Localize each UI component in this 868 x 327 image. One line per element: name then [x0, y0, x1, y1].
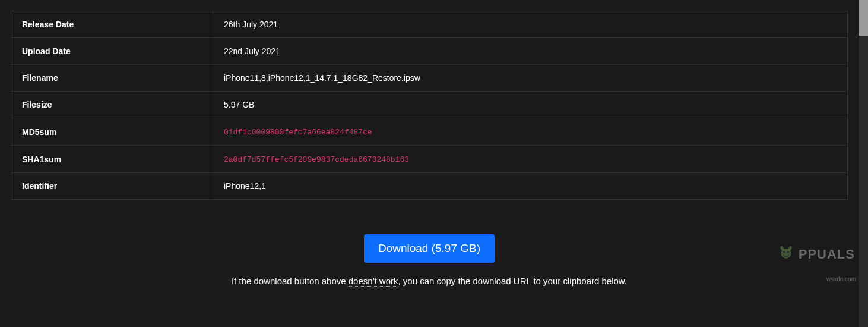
table-row: Identifier iPhone12,1: [11, 173, 848, 200]
row-value-identifier: iPhone12,1: [213, 173, 848, 200]
scrollbar-track[interactable]: [859, 0, 868, 327]
row-label-release-date: Release Date: [11, 11, 213, 38]
md5sum-value: 01df1c0009800fefc7a66ea824f487ce: [224, 128, 372, 137]
row-value-filesize: 5.97 GB: [213, 92, 848, 118]
row-value-release-date: 26th July 2021: [213, 11, 848, 38]
table-row: Upload Date 22nd July 2021: [11, 38, 848, 65]
table-row: Filename iPhone11,8,iPhone12,1_14.7.1_18…: [11, 65, 848, 92]
svg-point-2: [787, 251, 788, 253]
row-label-md5sum: MD5sum: [11, 118, 213, 146]
download-section: Download (5.97 GB) If the download butto…: [11, 200, 848, 286]
row-label-sha1sum: SHA1sum: [11, 146, 213, 173]
scrollbar-thumb[interactable]: [859, 0, 868, 36]
row-value-upload-date: 22nd July 2021: [213, 38, 848, 65]
watermark-text: PPUALS: [799, 247, 855, 262]
firmware-info-table: Release Date 26th July 2021 Upload Date …: [11, 11, 848, 200]
row-label-filesize: Filesize: [11, 92, 213, 118]
mascot-icon: [776, 244, 796, 265]
help-suffix: , you can copy the download URL to your …: [398, 276, 628, 286]
row-label-filename: Filename: [11, 65, 213, 92]
table-row: Release Date 26th July 2021: [11, 11, 848, 38]
table-row: MD5sum 01df1c0009800fefc7a66ea824f487ce: [11, 118, 848, 146]
row-label-identifier: Identifier: [11, 173, 213, 200]
help-dotted: doesn't work: [349, 276, 398, 287]
watermark-logo: PPUALS: [776, 244, 855, 265]
row-label-upload-date: Upload Date: [11, 38, 213, 65]
svg-point-1: [783, 251, 785, 253]
row-value-md5sum: 01df1c0009800fefc7a66ea824f487ce: [213, 118, 848, 146]
table-row: Filesize 5.97 GB: [11, 92, 848, 118]
source-text: wsxdn.com: [826, 276, 856, 282]
download-help-text: If the download button above doesn't wor…: [11, 276, 848, 286]
row-value-filename: iPhone11,8,iPhone12,1_14.7.1_18G82_Resto…: [213, 65, 848, 92]
download-button[interactable]: Download (5.97 GB): [364, 234, 495, 263]
sha1sum-value: 2a0df7d57ffefc5f209e9837cdeda6673248b163: [224, 155, 409, 164]
help-prefix: If the download button above: [232, 276, 349, 286]
row-value-sha1sum: 2a0df7d57ffefc5f209e9837cdeda6673248b163: [213, 146, 848, 173]
table-row: SHA1sum 2a0df7d57ffefc5f209e9837cdeda667…: [11, 146, 848, 173]
